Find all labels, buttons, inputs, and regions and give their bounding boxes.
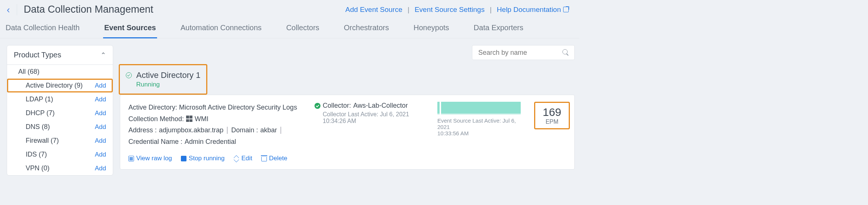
sidebar-item-add[interactable]: Add — [95, 110, 106, 117]
view-raw-log-label: View raw log — [136, 153, 172, 164]
pencil-icon — [233, 156, 239, 161]
stop-icon — [181, 156, 186, 161]
status-running-icon — [126, 72, 132, 78]
trash-icon — [261, 157, 267, 161]
sidebar-item-dhcp[interactable]: DHCP (7)Add — [7, 106, 113, 120]
document-icon — [128, 156, 134, 161]
source-info: Active Directory: Microsoft Active Direc… — [128, 102, 303, 164]
help-documentation-label: Help Documentation — [497, 6, 561, 14]
address-value: adjumpbox.akbar.trap — [159, 124, 223, 136]
sidebar-item-dns[interactable]: DNS (8)Add — [7, 120, 113, 134]
field-divider — [281, 127, 281, 134]
page-title: Data Collection Management — [24, 4, 153, 15]
sidebar-item-add[interactable]: Add — [95, 137, 106, 145]
main-content: Active Directory 1 Running Active Direct… — [120, 45, 575, 170]
sidebar-item-vpn[interactable]: VPN (0)Add — [7, 161, 113, 175]
field-divider — [227, 127, 227, 134]
tab-data-exporters[interactable]: Data Exporters — [473, 23, 524, 38]
source-last-active-line1: Event Source Last Active: Jul 6, 2021 — [437, 117, 523, 130]
check-circle-icon — [315, 103, 320, 109]
source-last-active-line2: 10:33:56 AM — [437, 130, 523, 136]
delete-action[interactable]: Delete — [261, 153, 287, 164]
source-card-header[interactable]: Active Directory 1 Running — [119, 64, 207, 95]
tab-honeypots[interactable]: Honeypots — [412, 23, 450, 38]
sidebar-item-add[interactable]: Add — [95, 165, 106, 172]
tab-orchestrators[interactable]: Orchestrators — [343, 23, 390, 38]
collector-label: Collector: — [323, 102, 351, 110]
windows-icon — [186, 116, 192, 122]
search-icon — [562, 49, 569, 56]
source-actions: View raw log Stop running Edit — [128, 153, 303, 164]
sidebar-item-active-directory[interactable]: Active Directory (9)Add — [7, 79, 113, 92]
sidebar-item-ldap[interactable]: LDAP (1)Add — [7, 92, 113, 106]
view-raw-log-action[interactable]: View raw log — [128, 153, 172, 164]
sidebar-item-add[interactable]: Add — [95, 123, 106, 131]
search-box[interactable] — [472, 45, 575, 60]
tabs: Data Collection Health Event Sources Aut… — [0, 15, 579, 38]
credential-value: Admin Credential — [185, 136, 236, 148]
sidebar-header[interactable]: Product Types ⌃ — [7, 45, 113, 65]
address-label: Address : — [128, 124, 157, 136]
tab-data-collection-health[interactable]: Data Collection Health — [4, 23, 81, 38]
sidebar-item-add[interactable]: Add — [95, 96, 106, 103]
info-product-line: Active Directory: Microsoft Active Direc… — [128, 102, 303, 113]
link-separator: | — [490, 6, 492, 14]
sidebar-item-label: LDAP (1) — [26, 95, 53, 103]
back-chevron-icon[interactable]: ‹ — [7, 5, 10, 15]
collector-info: Collector: Aws-Lab-Collector Collector L… — [315, 102, 426, 124]
chevron-up-icon: ⌃ — [100, 51, 106, 59]
sidebar-item-label: DNS (8) — [26, 123, 50, 131]
event-sparkline — [437, 102, 521, 114]
link-separator: | — [408, 6, 409, 14]
collector-last-active: Collector Last Active: Jul 6, 2021 10:34… — [323, 111, 426, 124]
sidebar-item-label: All (68) — [18, 68, 39, 76]
sidebar-title: Product Types — [14, 51, 61, 59]
help-documentation-link[interactable]: Help Documentation — [497, 6, 569, 14]
sidebar-item-label: DHCP (7) — [26, 109, 55, 117]
source-title: Active Directory 1 — [136, 70, 200, 80]
sidebar-item-all[interactable]: All (68) — [7, 65, 113, 79]
source-card-body: Active Directory: Microsoft Active Direc… — [120, 95, 575, 170]
edit-label: Edit — [241, 153, 252, 164]
domain-value: akbar — [260, 124, 277, 136]
sidebar-item-label: Active Directory (9) — [26, 82, 83, 89]
collection-method-value: WMI — [195, 113, 208, 125]
sidebar-item-add[interactable]: Add — [95, 82, 106, 89]
header-divider — [17, 4, 17, 15]
search-input[interactable] — [478, 48, 552, 57]
domain-label: Domain : — [231, 124, 258, 136]
stop-running-label: Stop running — [189, 153, 224, 164]
sidebar-item-firewall[interactable]: Firewall (7)Add — [7, 134, 113, 148]
edit-action[interactable]: Edit — [233, 153, 252, 164]
tab-automation-connections[interactable]: Automation Connections — [179, 23, 263, 38]
sparkline-column: Event Source Last Active: Jul 6, 2021 10… — [437, 102, 523, 136]
delete-label: Delete — [269, 153, 287, 164]
external-link-icon — [563, 7, 569, 12]
event-source-settings-link[interactable]: Event Source Settings — [415, 6, 485, 14]
product-types-sidebar: Product Types ⌃ All (68)Active Directory… — [7, 45, 113, 176]
sidebar-item-ids[interactable]: IDS (7)Add — [7, 148, 113, 161]
credential-label: Credential Name : — [128, 136, 182, 148]
epm-label: EPM — [546, 119, 559, 125]
sidebar-item-label: Firewall (7) — [26, 137, 59, 145]
collector-name: Aws-Lab-Collector — [353, 102, 408, 110]
add-event-source-link[interactable]: Add Event Source — [345, 6, 402, 14]
collection-method-label: Collection Method: — [128, 113, 184, 125]
epm-value: 169 — [543, 106, 561, 119]
epm-badge: 169 EPM — [534, 102, 570, 129]
tab-event-sources[interactable]: Event Sources — [103, 23, 157, 38]
sidebar-item-label: VPN (0) — [26, 164, 50, 172]
sidebar-item-label: IDS (7) — [26, 151, 47, 158]
tab-collectors[interactable]: Collectors — [285, 23, 320, 38]
sidebar-item-add[interactable]: Add — [95, 151, 106, 158]
source-status: Running — [136, 81, 200, 88]
stop-running-action[interactable]: Stop running — [181, 153, 224, 164]
